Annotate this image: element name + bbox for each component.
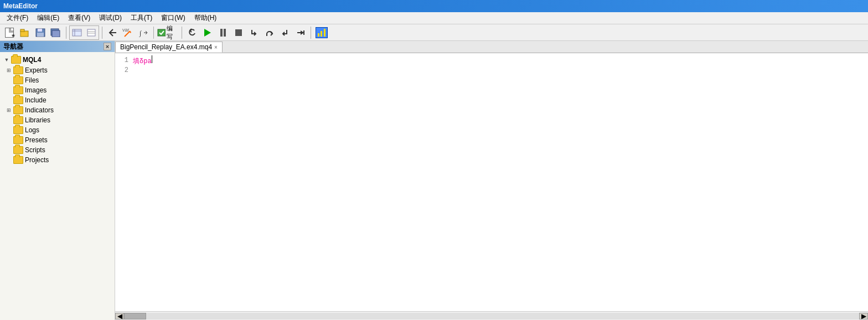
tree-item-include[interactable]: Include <box>0 95 115 105</box>
logs-label: Logs <box>25 126 39 134</box>
stop-button[interactable] <box>231 26 246 39</box>
back-icon <box>107 28 117 37</box>
h-scroll-left[interactable]: ◀ <box>115 313 124 319</box>
mql4-expander[interactable]: ▼ <box>2 55 11 64</box>
func-icon: ∫ <box>138 28 148 37</box>
step-out-icon <box>280 28 290 37</box>
menu-view[interactable]: 查看(V) <box>64 12 95 24</box>
tab-bar: BigPencil_Replay_EA.ex4.mq4 × <box>115 41 868 53</box>
code-line-1: 填δpa <box>133 55 866 66</box>
images-label: Images <box>25 86 46 94</box>
line-number-2: 2 <box>115 65 128 75</box>
title-text: MetaEditor <box>3 2 38 10</box>
menu-window[interactable]: 窗口(W) <box>157 12 189 24</box>
save-all-icon <box>50 28 61 37</box>
svg-rect-7 <box>73 29 81 36</box>
chart-icon <box>316 27 328 38</box>
stop-icon <box>235 29 242 36</box>
tree-item-images[interactable]: Images <box>0 85 115 95</box>
compile-icon <box>157 29 166 37</box>
libraries-label: Libraries <box>25 116 50 124</box>
save-all-button[interactable] <box>49 26 63 39</box>
navigator-close-button[interactable]: × <box>104 43 111 50</box>
undo-icon <box>187 28 197 37</box>
open-icon <box>20 28 30 37</box>
text-cursor <box>152 55 152 63</box>
menu-bar: 文件(F) 编辑(E) 查看(V) 调试(D) 工具(T) 窗口(W) 帮助(H… <box>0 12 868 24</box>
mode-button-1[interactable] <box>70 26 84 39</box>
experts-folder-icon <box>13 66 23 74</box>
svg-rect-1 <box>20 29 24 32</box>
tree-item-libraries[interactable]: Libraries <box>0 115 115 125</box>
logs-folder-icon <box>13 126 23 134</box>
svg-rect-10 <box>87 29 95 36</box>
h-scroll-right[interactable]: ▶ <box>859 313 868 319</box>
tree-root-mql4[interactable]: ▼ MQL4 <box>0 54 115 65</box>
next-error-button[interactable] <box>293 26 308 39</box>
include-label: Include <box>25 96 46 104</box>
navigator-panel: 导航器 × ▼ MQL4 ⊞ Experts Files <box>0 41 115 320</box>
mode-button-2[interactable] <box>84 26 99 39</box>
indicators-folder-icon <box>13 106 23 114</box>
menu-edit[interactable]: 编辑(E) <box>33 12 64 24</box>
editor-content[interactable]: 1 2 填δpa <box>115 53 868 311</box>
navigator-title: 导航器 <box>3 42 23 51</box>
tab-filename: BigPencil_Replay_EA.ex4.mq4 <box>120 43 212 51</box>
mode2-icon <box>86 28 96 37</box>
save-button[interactable] <box>33 26 48 39</box>
include-folder-icon <box>13 96 23 104</box>
back-button[interactable] <box>105 26 120 39</box>
menu-tools[interactable]: 工具(T) <box>126 12 157 24</box>
experts-expander[interactable]: ⊞ <box>4 66 13 75</box>
editor-tab[interactable]: BigPencil_Replay_EA.ex4.mq4 × <box>115 42 223 53</box>
tree-item-indicators[interactable]: ⊞ Indicators <box>0 105 115 115</box>
open-button[interactable] <box>18 26 32 39</box>
save-icon <box>35 28 45 37</box>
tree-item-projects[interactable]: Projects <box>0 155 115 165</box>
svg-rect-3 <box>38 29 42 32</box>
step-into-button[interactable] <box>247 26 261 39</box>
h-scrollbar-track[interactable] <box>124 313 859 319</box>
chart-button[interactable] <box>314 25 329 40</box>
editor-area: BigPencil_Replay_EA.ex4.mq4 × 1 2 填δpa ◀ <box>115 41 868 320</box>
tree-item-logs[interactable]: Logs <box>0 125 115 135</box>
func-button[interactable]: ∫ <box>136 26 151 39</box>
mode1-icon <box>72 28 82 37</box>
h-scrollbar-thumb[interactable] <box>124 313 146 319</box>
images-folder-icon <box>13 86 23 94</box>
presets-folder-icon <box>13 136 23 144</box>
tree-item-experts[interactable]: ⊞ Experts <box>0 65 115 75</box>
play-button[interactable] <box>200 26 215 39</box>
step-over-button[interactable] <box>262 26 277 39</box>
files-folder-icon <box>13 76 23 84</box>
files-expander <box>4 76 13 85</box>
menu-file[interactable]: 文件(F) <box>2 12 33 24</box>
images-expander <box>4 86 13 95</box>
pause-button[interactable] <box>216 26 230 39</box>
title-bar: MetaEditor <box>0 0 868 12</box>
new-button[interactable]: ★ <box>2 26 17 39</box>
play-icon <box>204 29 211 37</box>
menu-debug[interactable]: 调试(D) <box>95 12 126 24</box>
svg-rect-4 <box>37 33 44 37</box>
navigator-header: 导航器 × <box>0 41 115 52</box>
files-label: Files <box>25 76 39 84</box>
tree-item-scripts[interactable]: Scripts <box>0 145 115 155</box>
indicators-expander[interactable]: ⊞ <box>4 106 13 115</box>
code-area[interactable]: 填δpa <box>131 53 868 311</box>
pencil-button[interactable]: var <box>121 26 135 39</box>
indicators-label: Indicators <box>25 106 54 114</box>
separator-2 <box>102 27 102 39</box>
next-error-icon <box>296 28 306 37</box>
menu-help[interactable]: 帮助(H) <box>190 12 221 24</box>
separator-3 <box>153 27 154 39</box>
mql4-folder-icon <box>11 56 21 64</box>
tree-item-files[interactable]: Files <box>0 75 115 85</box>
compile-button[interactable]: 编写 <box>157 26 179 39</box>
undo-button[interactable] <box>185 26 199 39</box>
tree-item-presets[interactable]: Presets <box>0 135 115 145</box>
logs-expander <box>4 126 13 135</box>
separator-5 <box>311 27 311 39</box>
tab-close-button[interactable]: × <box>214 44 218 50</box>
step-out-button[interactable] <box>278 26 292 39</box>
